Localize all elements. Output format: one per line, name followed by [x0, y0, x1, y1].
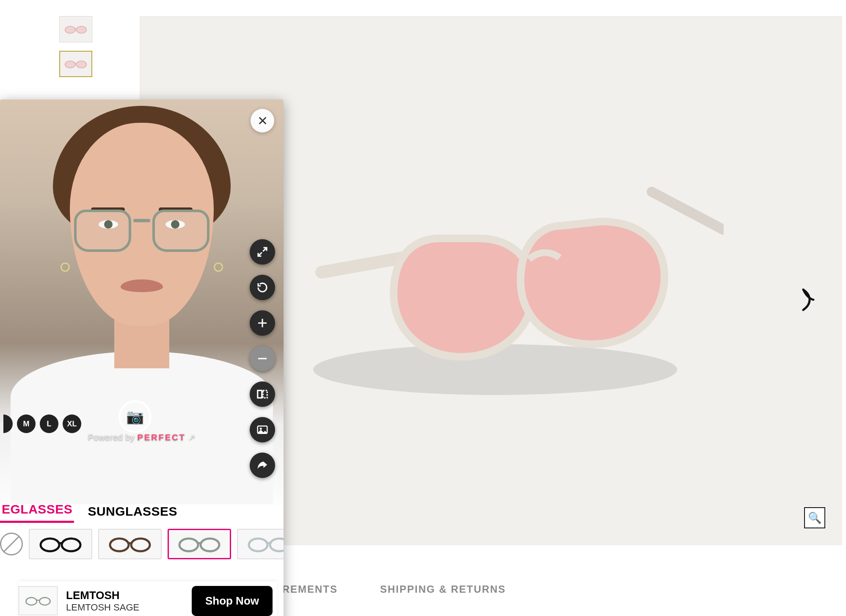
fullscreen-icon	[256, 246, 269, 258]
compare-button[interactable]	[250, 381, 275, 407]
share-icon	[256, 459, 269, 472]
tab-shipping-returns[interactable]: SHIPPING & RETURNS	[380, 583, 506, 595]
plus-icon	[256, 317, 269, 329]
selected-product-bar: LEMTOSH LEMTOSH SAGE Shop Now	[19, 581, 277, 616]
minus-icon	[256, 352, 269, 365]
next-image-button[interactable]	[800, 287, 817, 312]
variant-black[interactable]	[29, 529, 92, 559]
camera-icon: 📷	[126, 408, 144, 425]
close-try-on-button[interactable]: ✕	[251, 109, 274, 133]
close-icon: ✕	[257, 113, 268, 128]
svg-point-0	[65, 26, 75, 33]
svg-point-2	[65, 61, 75, 68]
zoom-button[interactable]: 🔍	[804, 507, 825, 528]
svg-point-13	[179, 539, 198, 551]
zoom-in-button[interactable]	[250, 310, 275, 336]
svg-point-1	[76, 26, 86, 33]
try-on-camera-view: ✕	[0, 99, 284, 506]
product-info-tabs: ASUREMENTS SHIPPING & RETURNS	[258, 583, 506, 595]
virtual-glasses-overlay	[74, 210, 209, 256]
fullscreen-button[interactable]	[250, 239, 275, 265]
share-button[interactable]	[250, 453, 275, 478]
shop-now-button[interactable]: Shop Now	[192, 586, 273, 616]
svg-point-10	[62, 539, 80, 551]
size-selector: M L XL	[3, 414, 81, 433]
svg-rect-6	[263, 390, 267, 398]
capture-photo-button[interactable]: 📷	[118, 400, 152, 433]
compare-icon	[256, 388, 269, 401]
glasses-type-tabs: EGLASSES SUNGLASSES	[0, 497, 179, 523]
thumbnail-column	[59, 16, 92, 86]
product-thumbnail-2[interactable]	[59, 51, 92, 77]
svg-point-3	[76, 61, 86, 68]
glasses-illustration	[258, 133, 724, 429]
svg-rect-5	[258, 390, 262, 398]
selected-product-variant: LEMTOSH SAGE	[66, 602, 139, 613]
product-thumbnail-1[interactable]	[59, 16, 92, 42]
image-mode-button[interactable]	[250, 417, 275, 442]
size-option-m[interactable]: M	[17, 414, 36, 433]
variant-grey[interactable]	[237, 529, 284, 559]
selected-product-name: LEMTOSH	[66, 589, 139, 602]
size-option-s[interactable]	[3, 414, 13, 433]
svg-point-18	[39, 597, 50, 605]
no-filter-option[interactable]	[0, 533, 23, 555]
svg-point-11	[110, 539, 129, 551]
svg-point-17	[26, 597, 36, 605]
image-icon	[256, 423, 269, 436]
svg-point-16	[270, 539, 284, 551]
svg-point-9	[41, 539, 59, 551]
zoom-out-button[interactable]	[250, 346, 275, 371]
tab-sunglasses[interactable]: SUNGLASSES	[86, 500, 179, 523]
external-link-icon: ↗	[188, 433, 196, 442]
tab-eyeglasses[interactable]: EGLASSES	[0, 498, 74, 523]
svg-point-12	[131, 539, 150, 551]
svg-point-15	[249, 539, 267, 551]
variant-carousel	[0, 527, 284, 561]
try-on-controls	[250, 239, 275, 478]
variant-sage[interactable]	[168, 529, 231, 559]
reset-icon	[256, 281, 269, 294]
selected-thumbnail	[19, 586, 58, 615]
reset-button[interactable]	[250, 275, 275, 300]
svg-point-8	[260, 428, 262, 430]
svg-point-14	[201, 539, 219, 551]
size-option-xl[interactable]: XL	[63, 414, 81, 433]
virtual-try-on-panel: ✕	[0, 99, 284, 616]
face-preview	[53, 123, 231, 364]
powered-by-label: Powered by PERFECT ↗	[88, 432, 196, 442]
search-icon: 🔍	[808, 511, 821, 525]
size-option-l[interactable]: L	[40, 414, 58, 433]
variant-tortoise[interactable]	[98, 529, 162, 559]
